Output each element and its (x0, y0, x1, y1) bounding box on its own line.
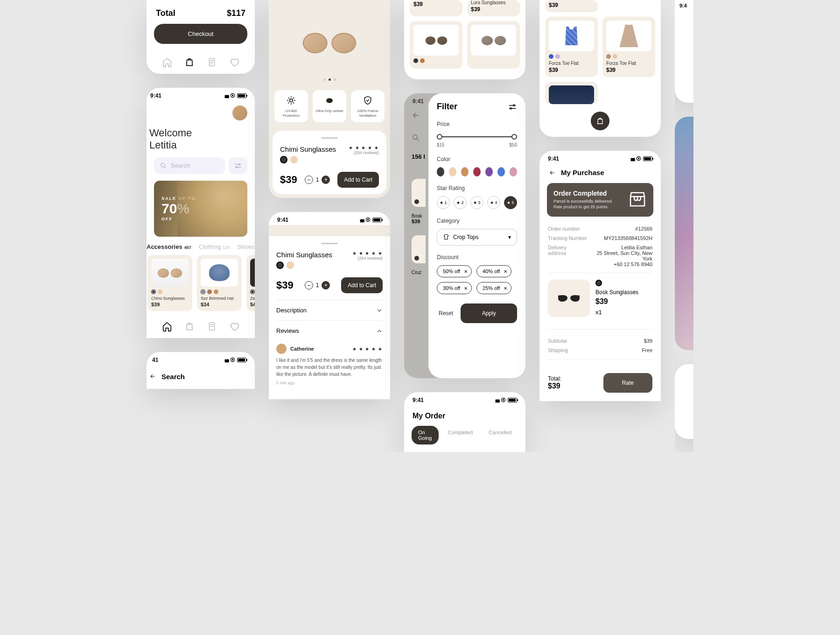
price-slider[interactable] (437, 132, 517, 141)
rate-button[interactable]: Rate (603, 373, 652, 393)
qty-minus-button[interactable]: − (305, 176, 313, 184)
home-screen: 9:41 ⦿ WelcomeLetitia Search SALE UP TO … (147, 88, 255, 338)
discount-chip[interactable]: 50% off✕ (437, 265, 472, 277)
reviewer-avatar (276, 344, 287, 354)
product-card[interactable] (410, 21, 462, 69)
product-card[interactable]: $39 (545, 0, 598, 12)
back-arrow-icon[interactable] (148, 373, 157, 380)
product-card[interactable]: Sez Brimmed Hat $34 (197, 255, 242, 311)
promo-banner[interactable]: SALE UP TO 70% OFF (154, 181, 247, 237)
back-arrow-icon[interactable] (548, 169, 556, 176)
search-icon[interactable] (412, 134, 420, 142)
svg-point-5 (290, 99, 293, 102)
close-icon[interactable]: ✕ (504, 286, 507, 291)
discount-chip[interactable]: 25% off✕ (476, 282, 511, 294)
product-name: Sez Brimmed Hat (201, 296, 238, 301)
reviews-accordion[interactable]: Reviews (276, 320, 383, 341)
welcome-greeting: WelcomeLetitia (147, 125, 255, 157)
home-icon[interactable] (162, 57, 172, 67)
page-title: Search (161, 373, 185, 381)
tab-cancelled[interactable]: Cancelled (482, 426, 518, 444)
product-card[interactable]: Lura Sunglasses $39 (467, 0, 520, 16)
order-number: #12569 (635, 226, 652, 232)
order-complete-banner: Order Completed Parcel is successfully d… (547, 183, 653, 217)
tab-ongoing[interactable]: On Going (412, 426, 439, 444)
close-icon[interactable]: ✕ (464, 286, 468, 291)
product-card[interactable]: Zestos' $46 (246, 255, 255, 311)
product-card[interactable]: Forza Toe Flat $39 (545, 17, 598, 77)
receipt-icon[interactable] (207, 321, 217, 332)
reset-button[interactable]: Reset (437, 305, 455, 321)
checkout-button[interactable]: Checkout (154, 24, 247, 44)
category-clothing[interactable]: Clothing128 (199, 243, 230, 250)
add-to-cart-button[interactable]: Add to Cart (337, 172, 379, 188)
filter-screen: 9:41 156 I Bosk $39 Cruz Filter Price (404, 93, 525, 378)
apply-button[interactable]: Apply (461, 303, 517, 323)
color-swatch[interactable] (276, 261, 284, 269)
category-accessories[interactable]: Accessories457 (147, 243, 191, 250)
color-option[interactable] (473, 167, 481, 176)
qty-minus-button[interactable]: − (305, 281, 313, 289)
star-rating-label: Star Rating (437, 185, 517, 191)
cart-fab[interactable] (591, 112, 609, 130)
svg-point-7 (513, 105, 515, 106)
search-icon (160, 162, 167, 169)
product-name: Chimi Sunglasses (151, 296, 189, 301)
product-detail-expanded: 9:41 ⦿ Chimi Sunglasses ★ ★ ★ ★ ★ (254 r… (269, 212, 390, 399)
product-card[interactable] (545, 82, 598, 104)
star-filter-4[interactable]: ★4 (487, 196, 500, 209)
color-swatch[interactable] (280, 156, 287, 163)
filter-button[interactable] (229, 157, 247, 174)
category-select[interactable]: Crop Tops ▾ (437, 229, 517, 246)
sheet-handle[interactable] (321, 243, 338, 244)
color-swatch[interactable] (287, 261, 294, 269)
qty-plus-button[interactable]: + (322, 281, 330, 289)
heart-icon[interactable] (229, 57, 239, 67)
qty-plus-button[interactable]: + (322, 176, 330, 184)
color-swatch[interactable] (290, 156, 298, 163)
sheet-handle[interactable] (321, 137, 338, 139)
home-icon[interactable] (162, 321, 172, 332)
star-filter-2[interactable]: ★2 (454, 196, 467, 209)
close-icon[interactable]: ✕ (464, 269, 468, 274)
product-card[interactable]: $39 (410, 0, 462, 16)
avatar[interactable] (232, 106, 247, 120)
fragment-screen: 9:4 (675, 0, 693, 103)
product-card[interactable]: Chimi Sunglasses $39 (147, 255, 192, 311)
color-option[interactable] (497, 167, 505, 176)
close-icon[interactable]: ✕ (504, 269, 507, 274)
back-arrow-icon[interactable] (412, 111, 420, 120)
color-option[interactable] (510, 167, 517, 176)
tab-completed[interactable]: Completed (441, 426, 479, 444)
product-card[interactable]: Forza Toe Flat $39 (602, 17, 655, 77)
bag-icon[interactable] (184, 321, 195, 332)
color-option[interactable] (485, 167, 493, 176)
description-accordion[interactable]: Description (276, 300, 383, 320)
status-time: 9:41 (413, 98, 424, 105)
sunglasses-icon (424, 35, 448, 45)
color-option[interactable] (437, 167, 444, 176)
discount-chip[interactable]: 30% off✕ (437, 282, 472, 294)
receipt-icon[interactable] (207, 57, 217, 67)
discount-label: Discount (437, 254, 517, 261)
purchase-item-image (548, 280, 590, 317)
star-filter-5[interactable]: ★5 (504, 196, 517, 209)
star-filter-1[interactable]: ★1 (437, 196, 450, 209)
product-card[interactable] (467, 21, 520, 69)
review-body: I like it and i'm 5'5 and the dress is t… (276, 357, 383, 378)
star-filter-3[interactable]: ★3 (470, 196, 483, 209)
orders-screen: 9:41 ⦿ My Order On Going Completed Cance… (404, 392, 525, 452)
discount-chip[interactable]: 40% off✕ (476, 265, 511, 277)
color-option[interactable] (449, 167, 456, 176)
heart-icon[interactable] (229, 321, 239, 332)
search-input[interactable]: Search (154, 157, 225, 174)
order-number-label: Order number (548, 226, 580, 232)
store-icon (628, 190, 647, 210)
product-price: $39 (280, 174, 297, 186)
sun-icon (286, 95, 297, 106)
sliders-icon[interactable] (508, 102, 517, 112)
color-option[interactable] (461, 167, 469, 176)
category-shoes[interactable]: Shoes246 (237, 243, 255, 250)
add-to-cart-button[interactable]: Add to Cart (341, 277, 383, 293)
bag-icon[interactable] (184, 57, 195, 67)
